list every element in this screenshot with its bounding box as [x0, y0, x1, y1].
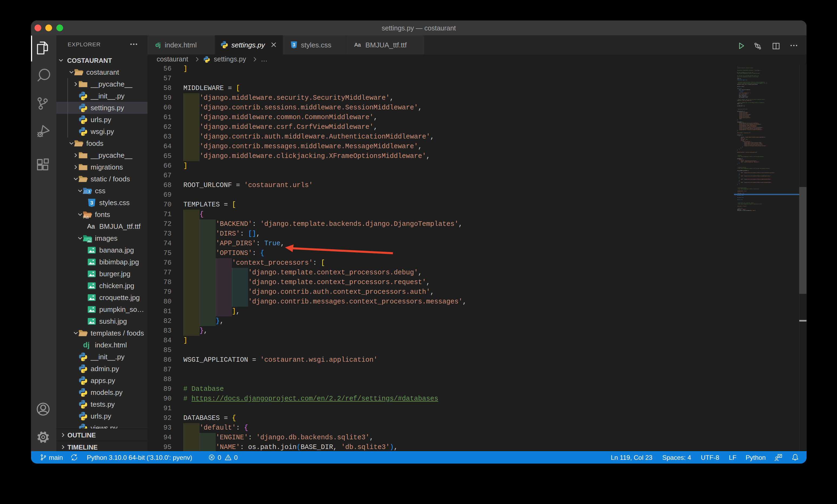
svg-text:Aa: Aa	[354, 42, 361, 48]
svg-text:3: 3	[88, 190, 90, 194]
svg-text:dj: dj	[83, 341, 90, 349]
svg-text:3: 3	[90, 200, 93, 206]
svg-text:3: 3	[293, 42, 295, 47]
svg-text:dj: dj	[155, 41, 161, 48]
svg-text:Aa: Aa	[83, 215, 89, 219]
svg-text:Aa: Aa	[87, 223, 95, 230]
